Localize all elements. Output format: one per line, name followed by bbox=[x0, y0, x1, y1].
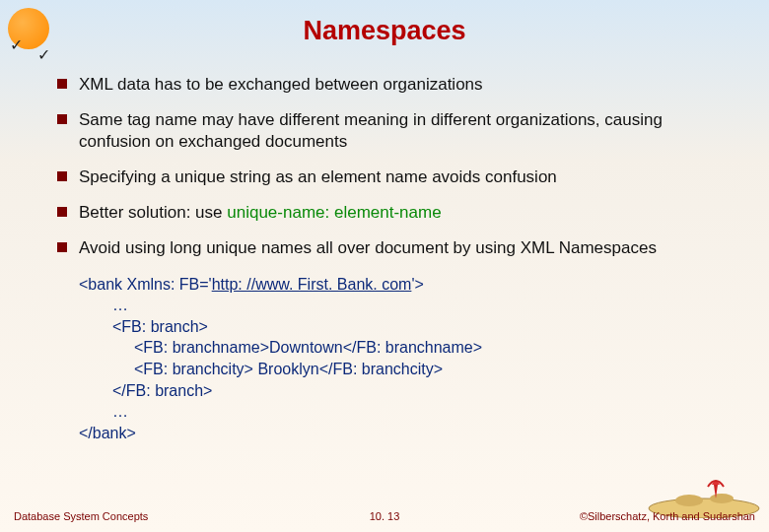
bird-icon: ✓ bbox=[10, 35, 23, 54]
code-line-5: <FB: branchcity> Brooklyn</FB: branchcit… bbox=[79, 359, 720, 380]
slide-title: Namespaces bbox=[0, 0, 769, 46]
bird-icon: ✓ bbox=[37, 45, 50, 64]
code-line-2: … bbox=[79, 295, 720, 316]
code-example: <bank Xmlns: FB='http: //www. First. Ban… bbox=[79, 274, 720, 444]
footer-right: ©Silberschatz, Korth and Sudarshan bbox=[580, 510, 755, 522]
code-line-1: <bank Xmlns: FB='http: //www. First. Ban… bbox=[79, 274, 720, 296]
bullet-1: XML data has to be exchanged between org… bbox=[79, 74, 720, 96]
svg-point-1 bbox=[675, 495, 703, 506]
svg-point-2 bbox=[710, 494, 734, 503]
footer-left: Database System Concepts bbox=[14, 510, 148, 522]
bullet-3: Specifying a unique string as an element… bbox=[79, 166, 720, 188]
bullet-2: Same tag name may have different meaning… bbox=[79, 109, 720, 153]
bullet-4-prefix: Better solution: use bbox=[79, 203, 227, 222]
code-text: <bank Xmlns: FB=' bbox=[79, 276, 212, 293]
code-line-6: </FB: branch> bbox=[79, 380, 720, 402]
bullet-4: Better solution: use unique-name: elemen… bbox=[79, 202, 720, 224]
bullet-5: Avoid using long unique names all over d… bbox=[79, 237, 720, 259]
code-line-3: <FB: branch> bbox=[79, 316, 720, 338]
code-line-8: </bank> bbox=[79, 423, 720, 444]
code-line-7: … bbox=[79, 401, 720, 423]
footer-center: 10. 13 bbox=[370, 510, 400, 522]
sun-decoration: ✓ ✓ bbox=[8, 8, 57, 57]
code-text: '> bbox=[411, 276, 423, 293]
code-line-4: <FB: branchname>Downtown</FB: branchname… bbox=[79, 337, 720, 359]
bullet-4-unique: unique-name: element-name bbox=[227, 203, 441, 222]
footer: Database System Concepts 10. 13 ©Silbers… bbox=[0, 510, 769, 522]
code-url: http: //www. First. Bank. com bbox=[212, 276, 412, 293]
content-area: XML data has to be exchanged between org… bbox=[0, 46, 769, 443]
